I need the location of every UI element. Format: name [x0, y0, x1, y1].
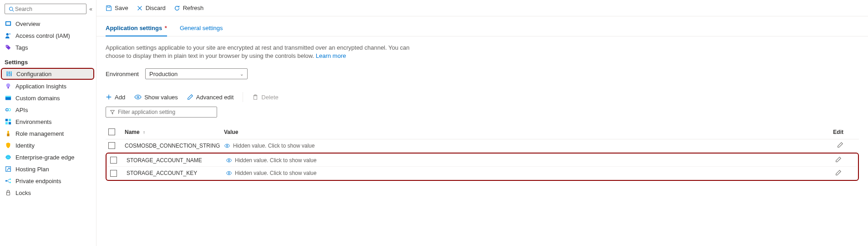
sidebar-item-application-insights[interactable]: Application Insights [0, 80, 96, 92]
sidebar-item-configuration[interactable]: Configuration [1, 68, 94, 80]
search-box[interactable] [5, 4, 86, 14]
save-button[interactable]: Save [106, 5, 128, 11]
refresh-button[interactable]: Refresh [174, 5, 204, 11]
eye-icon [226, 171, 232, 175]
row-name[interactable]: COSMOSDB_CONNECTION_STRING [122, 143, 224, 149]
eye-icon [224, 144, 230, 148]
search-row: « [0, 4, 96, 18]
learn-more-link[interactable]: Learn more [316, 52, 346, 59]
sidebar-item-private-endpoints[interactable]: Private endpoints [0, 175, 96, 187]
delete-label: Delete [261, 94, 279, 101]
dirty-indicator: * [165, 25, 167, 31]
sidebar-item-hosting-plan[interactable]: Hosting Plan [0, 163, 96, 175]
svg-rect-14 [8, 87, 9, 89]
svg-point-35 [226, 145, 228, 146]
svg-rect-31 [7, 192, 10, 195]
description-text: Application settings applicable to your … [106, 44, 410, 59]
row-checkbox[interactable] [108, 142, 115, 149]
filter-input[interactable] [118, 109, 213, 115]
plus-icon [106, 94, 112, 100]
svg-point-33 [137, 96, 139, 98]
svg-point-13 [6, 83, 10, 87]
role-icon [5, 130, 12, 137]
save-icon [106, 5, 112, 11]
col-value[interactable]: Value [224, 129, 632, 135]
hidden-value-text: Hidden value. Click to show value [235, 170, 316, 176]
row-checkbox[interactable] [110, 170, 117, 177]
sidebar-item-apis[interactable]: APIs [0, 104, 96, 116]
trash-icon [252, 94, 259, 100]
highlighted-rows: STORAGE_ACCOUNT_NAME Hidden value. Click… [106, 153, 859, 181]
search-input[interactable] [15, 6, 83, 12]
row-name[interactable]: STORAGE_ACCOUNT_NAME [124, 157, 226, 164]
command-divider [243, 92, 243, 102]
edit-icon[interactable] [835, 169, 842, 176]
sidebar-item-access-control[interactable]: Access control (IAM) [0, 30, 96, 41]
sidebar-item-tags[interactable]: Tags [0, 41, 96, 53]
col-name[interactable]: Name ↑ [122, 129, 224, 135]
sidebar-item-custom-domains[interactable]: Custom domains [0, 92, 96, 104]
edit-icon[interactable] [835, 156, 842, 163]
insights-icon [5, 82, 12, 90]
locks-icon [5, 189, 12, 196]
add-label: Add [115, 94, 125, 101]
svg-rect-7 [7, 72, 8, 77]
tabs: Application settings * General settings [96, 16, 868, 36]
table-row: COSMOSDB_CONNECTION_STRING Hidden value.… [106, 139, 859, 152]
discard-button[interactable]: Discard [137, 5, 166, 11]
refresh-label: Refresh [183, 5, 204, 11]
svg-point-25 [6, 155, 11, 160]
svg-point-36 [228, 159, 229, 161]
show-values-button[interactable]: Show values [134, 94, 178, 101]
svg-rect-21 [5, 122, 8, 124]
sidebar-item-label: Custom domains [15, 95, 60, 102]
filter-box[interactable] [106, 107, 217, 118]
svg-rect-23 [7, 131, 9, 133]
settings-table: Name ↑ Value Edit COSMOSDB_CONNECTION_ST… [106, 125, 859, 181]
row-name[interactable]: STORAGE_ACCOUNT_KEY [124, 170, 226, 176]
collapse-sidebar-button[interactable]: « [89, 6, 92, 12]
tab-application-settings[interactable]: Application settings * [106, 22, 167, 36]
svg-point-29 [10, 179, 11, 180]
save-label: Save [115, 5, 128, 11]
config-icon [5, 70, 13, 77]
sidebar-item-role-management[interactable]: Role management [0, 128, 96, 139]
content-area: Application settings applicable to your … [96, 36, 868, 188]
apis-icon [5, 106, 12, 113]
sidebar-item-environments[interactable]: Environments [0, 116, 96, 128]
sidebar-item-identity[interactable]: Identity [0, 139, 96, 151]
edit-icon[interactable] [837, 142, 843, 148]
tab-label: General settings [180, 25, 223, 31]
sidebar: « Overview Access control (IAM) Tags Set… [0, 0, 96, 246]
svg-rect-24 [7, 133, 9, 136]
command-bar: Add Show values Advanced edit Delete [106, 92, 859, 102]
row-checkbox[interactable] [110, 157, 117, 164]
chevron-down-icon: ⌄ [240, 72, 244, 77]
sidebar-section-settings: Settings [0, 53, 96, 67]
sidebar-item-label: Application Insights [15, 83, 66, 90]
tab-label: Application settings [106, 25, 162, 31]
svg-point-17 [6, 108, 8, 111]
sidebar-item-locks[interactable]: Locks [0, 187, 96, 199]
sidebar-item-overview[interactable]: Overview [0, 18, 96, 30]
row-value[interactable]: Hidden value. Click to show value [226, 170, 634, 176]
sidebar-item-label: Enterprise-grade edge [15, 154, 74, 161]
plan-icon [5, 165, 12, 173]
sidebar-item-label: Private endpoints [15, 178, 61, 184]
svg-rect-12 [10, 72, 12, 73]
svg-rect-8 [9, 72, 10, 77]
show-values-label: Show values [144, 94, 178, 101]
discard-icon [137, 5, 143, 11]
tab-general-settings[interactable]: General settings [180, 22, 223, 36]
sidebar-item-label: Access control (IAM) [15, 32, 70, 39]
svg-rect-10 [6, 72, 8, 73]
advanced-edit-button[interactable]: Advanced edit [187, 94, 233, 101]
sidebar-item-enterprise-edge[interactable]: Enterprise-grade edge [0, 151, 96, 163]
add-button[interactable]: Add [106, 94, 125, 101]
environment-select[interactable]: Production ⌄ [145, 68, 248, 79]
row-value[interactable]: Hidden value. Click to show value [224, 143, 632, 149]
sidebar-item-label: Identity [15, 142, 35, 149]
row-value[interactable]: Hidden value. Click to show value [226, 157, 634, 164]
select-all-checkbox[interactable] [108, 128, 115, 135]
main-content: Save Discard Refresh Application setting… [96, 0, 868, 246]
